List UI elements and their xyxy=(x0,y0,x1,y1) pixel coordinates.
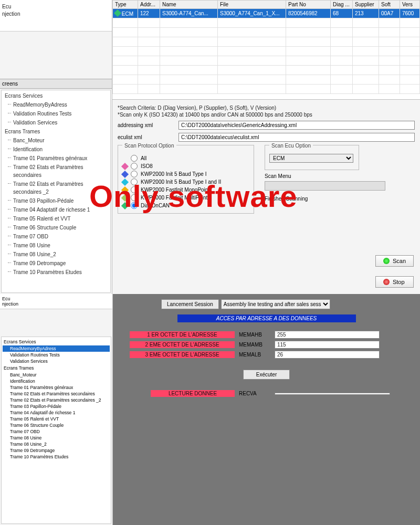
tree-item[interactable]: Trame 06 Structure Couple xyxy=(3,223,109,232)
diamond-icon xyxy=(121,178,129,185)
tree-item[interactable]: Trame 09 Detrompage xyxy=(3,259,109,268)
tree-group-trames[interactable]: Ecrans Trames xyxy=(3,127,109,136)
tree-item[interactable]: Trame 10 Paramètres Etudes xyxy=(3,268,109,277)
tree-item[interactable]: Trame 04 Adaptatif de richesse 1 xyxy=(3,205,109,214)
stop-icon xyxy=(383,279,390,285)
cell: 8200546982 xyxy=(286,9,331,18)
tree-item[interactable]: Banc_Moteur xyxy=(3,136,109,145)
access-title: ACCES PAR ADRESSE A DES DONNEES xyxy=(177,314,356,322)
tree-item[interactable]: Trame 08 Usine xyxy=(3,241,109,250)
radio-kwp-multi[interactable] xyxy=(131,194,138,201)
execute-button[interactable]: Exécuter xyxy=(243,370,290,380)
tree-item[interactable]: Validation Routines Tests xyxy=(3,109,109,118)
read-data-label: LECTURE DONNEE xyxy=(151,390,235,397)
radio-kwp-mono[interactable] xyxy=(131,186,138,193)
header-line-ecu: Ecu xyxy=(2,3,110,10)
hdr-line: Ecu xyxy=(2,296,110,301)
launch-session-button[interactable]: Lancement Session xyxy=(161,299,219,309)
tree-item[interactable]: Validation Services xyxy=(3,358,110,364)
eculist-xml-label: eculist xml xyxy=(118,134,175,140)
tree-item[interactable]: Trame 08 Usine_2 xyxy=(3,441,110,447)
diamond-icon xyxy=(121,202,129,209)
tree-item[interactable]: Trame 02 Etats et Paramètres secondaires xyxy=(3,163,109,180)
col-name[interactable]: Name xyxy=(160,1,218,9)
tree-item[interactable]: Trame 05 Ralenti et VVT xyxy=(3,416,110,422)
radio-label: KWP2000 Init 5 Baud Type I and II xyxy=(141,179,221,185)
tree-item[interactable]: Trame 03 Papillon-Pédale xyxy=(3,403,110,410)
col-type[interactable]: Type xyxy=(113,1,138,9)
diamond-icon xyxy=(121,194,129,201)
tree-item[interactable]: Trame 02 Etats et Paramètres secondaires… xyxy=(3,397,110,403)
addr-octet-3-label: 3 EME OCTET DE L'ADRESSE xyxy=(130,351,235,358)
col-vers[interactable]: Vers xyxy=(400,1,420,9)
col-file[interactable]: File xyxy=(218,1,286,9)
right-column: Type Addr... Name File Part No Diag ... … xyxy=(112,0,420,294)
tree-item[interactable]: Trame 02 Etats et Paramètres secondaires xyxy=(3,391,110,397)
radio-iso8[interactable] xyxy=(131,163,138,170)
scan-protocol-title: Scan Protocol Option xyxy=(122,143,176,149)
cell: 7600 xyxy=(400,9,420,18)
recva-value[interactable] xyxy=(275,393,390,395)
bottom-header: Ecu njection xyxy=(0,294,112,309)
radio-diagoncan[interactable] xyxy=(131,202,138,209)
session-select[interactable]: Assembly line testing and after sales se… xyxy=(221,299,330,309)
tree-item[interactable]: Trame 08 Usine xyxy=(3,435,110,441)
col-soft[interactable]: Soft xyxy=(379,1,400,9)
recva-label: RECVA xyxy=(239,391,270,396)
tree-item[interactable]: Trame 02 Etats et Paramètres secondaires… xyxy=(3,180,109,196)
left-header: Ecu njection xyxy=(0,0,112,32)
play-icon xyxy=(383,258,390,264)
tree-item[interactable]: Identification xyxy=(3,378,110,384)
radio-kwp-t12[interactable] xyxy=(131,178,138,185)
tree-item-selected[interactable]: ReadMemoryByAdress xyxy=(3,345,110,352)
cell: 122 xyxy=(138,9,160,18)
tree-item[interactable]: Banc_Moteur xyxy=(3,372,110,378)
tree-item[interactable]: Trame 09 Detrompage xyxy=(3,447,110,454)
tree-title: creens xyxy=(0,79,112,89)
tree-item[interactable]: Trame 04 Adaptatif de richesse 1 xyxy=(3,410,110,416)
tree-item[interactable]: Identification xyxy=(3,145,109,154)
tree-item[interactable]: Trame 10 Paramètres Etudes xyxy=(3,454,110,460)
tree-item[interactable]: Trame 01 Paramètres généraux xyxy=(3,384,110,391)
radio-all[interactable] xyxy=(131,155,138,162)
tree-item[interactable]: Validation Routines Tests xyxy=(3,352,110,358)
tree-item[interactable]: ReadMemoryByAdress xyxy=(3,100,109,109)
tree-item[interactable]: Trame 01 Paramètres généraux xyxy=(3,154,109,163)
mem-label: MEMALB xyxy=(239,352,270,358)
ecu-row[interactable]: ECM 122 S3000-A774_Can... S3000_A774_Can… xyxy=(113,9,420,18)
tree-item[interactable]: Trame 07 OBD xyxy=(3,232,109,241)
cell: ECM xyxy=(122,11,133,17)
col-diag[interactable]: Diag ... xyxy=(331,1,353,9)
addressing-xml-label: addressing xml xyxy=(118,122,175,128)
bottom-tree[interactable]: Ecrans Services ReadMemoryByAdress Valid… xyxy=(1,337,111,524)
eculist-xml-input[interactable] xyxy=(178,133,415,142)
addressing-xml-input[interactable] xyxy=(178,121,415,130)
mem-value-3[interactable]: 26 xyxy=(275,351,380,359)
mem-value-2[interactable]: 115 xyxy=(275,341,380,349)
screens-tree[interactable]: Ecrans Services ReadMemoryByAdress Valid… xyxy=(1,90,111,293)
tree-item[interactable]: Trame 08 Usine_2 xyxy=(3,250,109,259)
tree-group-services[interactable]: Ecrans Services xyxy=(3,91,109,100)
hdr-line: njection xyxy=(2,301,110,307)
cell: S3000_A774_Can_1_X... xyxy=(218,9,286,18)
tree-item[interactable]: Validation Services xyxy=(3,118,109,127)
diamond-icon xyxy=(114,9,121,16)
tree-item[interactable]: Trame 05 Ralenti et VVT xyxy=(3,214,109,223)
ecu-select[interactable]: ECM xyxy=(269,154,353,163)
tree-item[interactable]: Trame 07 OBD xyxy=(3,428,110,435)
tree-item[interactable]: Trame 06 Structure Couple xyxy=(3,422,110,428)
scan-button[interactable]: Scan xyxy=(375,255,414,267)
col-partno[interactable]: Part No xyxy=(286,1,331,9)
mem-value-1[interactable]: 255 xyxy=(275,331,380,339)
radio-label: KWP2000 FastInit MonoPoint xyxy=(141,187,209,193)
ecu-grid[interactable]: Type Addr... Name File Part No Diag ... … xyxy=(112,0,420,100)
radio-label: KWP2000 Init 5 Baud Type I xyxy=(141,171,206,177)
col-supplier[interactable]: Supplier xyxy=(353,1,379,9)
col-addr[interactable]: Addr... xyxy=(138,1,160,9)
radio-kwp-t1[interactable] xyxy=(131,171,138,177)
button-label: Scan xyxy=(393,258,406,264)
tree-group[interactable]: Ecrans Trames xyxy=(3,364,110,372)
tree-item[interactable]: Trame 03 Papillon-Pédale xyxy=(3,196,109,205)
tree-group[interactable]: Ecrans Services xyxy=(3,338,110,345)
stop-button[interactable]: Stop xyxy=(375,276,414,288)
